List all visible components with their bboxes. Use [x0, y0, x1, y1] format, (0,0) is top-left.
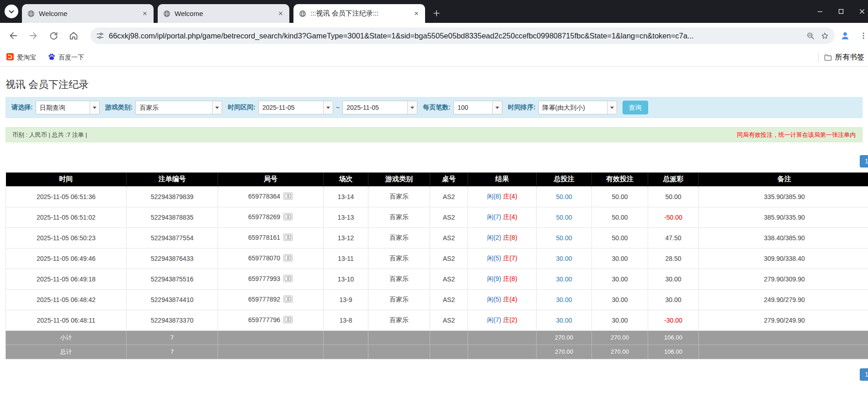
close-button[interactable]	[852, 0, 868, 23]
result-player: 闲(2)	[487, 234, 501, 241]
minimize-button[interactable]	[809, 0, 831, 23]
valid-bet-cell: 50.00	[592, 227, 648, 248]
sort-order-select[interactable]: 降幂(由大到小)	[538, 101, 617, 114]
reload-button[interactable]	[46, 28, 61, 43]
baidu-icon	[48, 53, 55, 62]
time-cell: 2025-11-05 06:51:02	[6, 207, 127, 227]
bet-id-cell: 522943878835	[127, 207, 218, 227]
table-no-cell: AS2	[430, 269, 468, 289]
tab-welcome-1[interactable]: Welcome ×	[22, 4, 154, 23]
zoom-icon[interactable]	[806, 32, 815, 40]
table-no-cell: AS2	[430, 289, 468, 310]
maximize-button[interactable]	[831, 0, 852, 23]
result-cell: 闲(2) 庄(8)	[468, 227, 537, 248]
divider	[818, 53, 819, 62]
time-cell: 2025-11-05 06:48:42	[6, 289, 127, 310]
tab-betrecord-active[interactable]: :::视讯 会员下注纪录::: ×	[293, 4, 425, 23]
bookmark-item-baidu[interactable]: 百度一下	[48, 53, 84, 62]
chevron-down-icon[interactable]	[212, 101, 222, 114]
filter-bar: 请选择: 日期查询 游戏类别: 百家乐 时间区间: 2025-11-05 ~ 2…	[5, 97, 863, 118]
result-player: 闲(7)	[487, 316, 501, 324]
tab-welcome-2[interactable]: Welcome ×	[158, 4, 289, 23]
table-row: 2025-11-05 06:49:18522943875516659777993…	[6, 269, 868, 289]
chevron-down-icon[interactable]	[407, 101, 417, 114]
page-button-1[interactable]: 1	[860, 155, 868, 167]
menu-kebab-icon[interactable]	[856, 28, 868, 43]
subtotal-row: 小计7270.00270.00106.00	[6, 330, 868, 345]
pagination-top: 1	[0, 155, 868, 167]
valid-bet-cell: 30.00	[592, 289, 648, 310]
close-tab-icon[interactable]: ×	[141, 10, 149, 18]
date-to-input[interactable]: 2025-11-05	[342, 101, 417, 114]
result-banker: 庄(2)	[503, 316, 517, 324]
game-type-select[interactable]: 百家乐	[135, 101, 222, 114]
column-header-4: 游戏类别	[368, 173, 430, 186]
table-no-cell: AS2	[430, 207, 468, 227]
bookmark-star-icon[interactable]	[820, 32, 829, 40]
filter-label-game-type: 游戏类别:	[105, 103, 133, 112]
select-value: 100	[454, 101, 492, 114]
date-query-select[interactable]: 日期查询	[36, 101, 100, 114]
address-bar[interactable]: 66cxkj98.com/ipl/portal.php/game/betreco…	[91, 27, 835, 44]
view-cards-icon[interactable]	[283, 233, 293, 243]
view-cards-icon[interactable]	[283, 213, 293, 222]
column-header-5: 桌号	[430, 173, 468, 186]
notice-text: 同局有效投注，统一计算在该局第一张注单内	[737, 131, 856, 139]
bet-id-cell: 522943876433	[127, 248, 218, 269]
view-cards-icon[interactable]	[283, 295, 293, 304]
search-button[interactable]: 查询	[623, 101, 648, 114]
chevron-down-icon[interactable]	[492, 101, 502, 114]
total-bet-cell[interactable]: 50.00	[537, 227, 592, 248]
subtotal-row-cell	[468, 330, 537, 345]
chevron-down-icon[interactable]	[90, 101, 99, 114]
close-tab-icon[interactable]: ×	[412, 10, 421, 18]
total-bet-cell[interactable]: 50.00	[537, 207, 592, 227]
url-text[interactable]: 66cxkj98.com/ipl/portal.php/game/betreco…	[109, 32, 801, 40]
remark-cell: 279.90/249.90	[699, 310, 868, 330]
result-cell: 闲(7) 庄(4)	[468, 207, 537, 227]
filter-label-page-size: 每页笔数:	[423, 103, 451, 112]
bet-id-cell: 522943874410	[127, 289, 218, 310]
tab-search-button[interactable]	[5, 5, 18, 18]
subtotal-row-cell	[699, 330, 868, 345]
date-from-input[interactable]: 2025-11-05	[258, 101, 333, 114]
close-tab-icon[interactable]: ×	[277, 10, 285, 18]
game-type-cell: 百家乐	[368, 248, 430, 269]
chevron-down-icon[interactable]	[323, 101, 333, 114]
folder-icon	[824, 54, 832, 61]
payout-cell: 30.00	[648, 289, 699, 310]
view-cards-icon[interactable]	[283, 192, 293, 201]
taobao-icon	[6, 53, 14, 62]
new-tab-button[interactable]	[429, 6, 444, 21]
page-size-select[interactable]: 100	[453, 101, 502, 114]
column-header-0: 时间	[6, 173, 127, 186]
total-row-cell	[368, 345, 430, 359]
page-button-1[interactable]: 1	[860, 368, 868, 381]
total-bet-cell[interactable]: 30.00	[537, 310, 592, 330]
profile-icon[interactable]	[837, 28, 853, 43]
total-bet-cell[interactable]: 50.00	[537, 186, 592, 207]
bet-id-cell: 522943875516	[127, 269, 218, 289]
remark-cell: 385.90/335.90	[699, 207, 868, 227]
bookmark-item-aitaobao[interactable]: 爱淘宝	[6, 53, 36, 62]
total-row-cell	[430, 345, 468, 359]
total-row: 总计7270.00270.00106.00	[6, 345, 868, 359]
forward-button[interactable]	[26, 28, 41, 43]
view-cards-icon[interactable]	[283, 254, 293, 263]
view-cards-icon[interactable]	[283, 275, 293, 284]
total-bet-cell[interactable]: 30.00	[537, 248, 592, 269]
table-row: 2025-11-05 06:49:46522943876433659778070…	[6, 248, 868, 269]
filter-label-sort: 时间排序:	[508, 103, 536, 112]
view-cards-icon[interactable]	[283, 316, 293, 325]
time-cell: 2025-11-05 06:51:36	[6, 186, 127, 207]
site-info-icon[interactable]	[96, 32, 104, 40]
result-player: 闲(9)	[487, 275, 501, 282]
all-bookmarks[interactable]: 所有书签	[818, 53, 864, 62]
payout-cell: -50.00	[648, 207, 699, 227]
chevron-down-icon[interactable]	[607, 101, 617, 114]
total-bet-cell[interactable]: 30.00	[537, 269, 592, 289]
total-bet-cell[interactable]: 30.00	[537, 289, 592, 310]
home-button[interactable]	[66, 28, 81, 43]
subtotal-row-cell: 7	[127, 330, 218, 345]
back-button[interactable]	[5, 28, 21, 43]
